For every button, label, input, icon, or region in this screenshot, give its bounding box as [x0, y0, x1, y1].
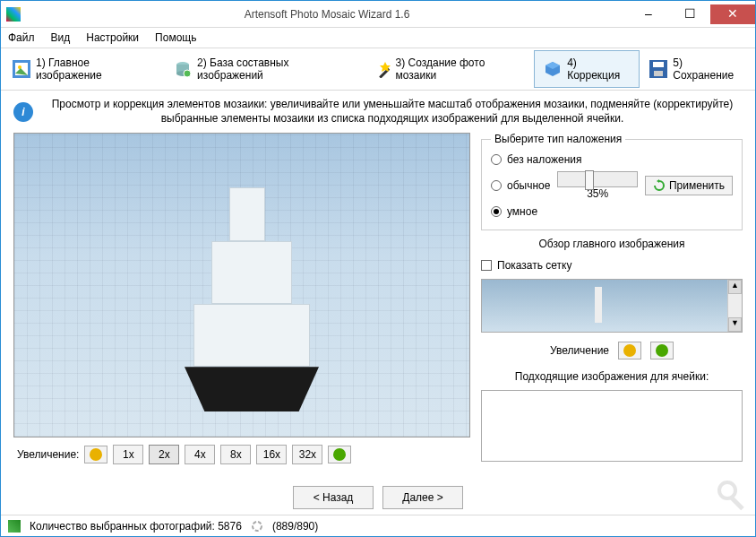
checkbox-icon: [481, 260, 492, 271]
info-bar: i Просмотр и коррекция элементов мозаики…: [1, 91, 755, 133]
step-label: 5) Сохранение: [673, 56, 743, 82]
scroll-up-icon[interactable]: ▲: [728, 280, 742, 294]
step-label: 2) База составных изображений: [197, 56, 352, 82]
zoom-16x[interactable]: 16x: [256, 445, 287, 464]
overlay-none-row[interactable]: без наложения: [491, 151, 733, 169]
menu-file[interactable]: Файл: [8, 31, 35, 44]
preview-subject: [158, 187, 337, 420]
info-message: Просмотр и коррекция элементов мозаики: …: [42, 98, 743, 126]
menu-view[interactable]: Вид: [51, 31, 71, 44]
svg-rect-10: [654, 71, 663, 76]
fit-title: Подходящие изображения для ячейки:: [481, 368, 743, 385]
step-label: 1) Главное изображение: [36, 56, 154, 82]
radio-icon: [491, 206, 502, 217]
fit-images-box[interactable]: [481, 390, 743, 462]
radio-icon: [491, 154, 502, 165]
scroll-down-icon[interactable]: ▼: [728, 317, 742, 332]
zoom-in-button[interactable]: [328, 446, 351, 463]
key-watermark-icon: [715, 478, 751, 514]
zoom-2x[interactable]: 2x: [149, 445, 179, 464]
status-label: Количество выбранных фотографий: 5876: [30, 520, 242, 533]
step-correction[interactable]: 4) Коррекция: [534, 50, 640, 88]
step-database[interactable]: 2) База составных изображений: [164, 50, 362, 88]
spinner-icon: [251, 520, 263, 533]
svg-rect-12: [729, 496, 743, 510]
wizard-steps: 1) Главное изображение 2) База составных…: [1, 48, 755, 91]
zoom-out-button[interactable]: [84, 446, 107, 463]
zoom-label: Увеличение:: [17, 448, 79, 461]
zoom-row: Увеличение: 1x 2x 4x 8x 16x 32x: [13, 437, 470, 472]
titlebar: Artensoft Photo Mosaic Wizard 1.6 – ☐ ✕: [1, 1, 755, 28]
svg-rect-9: [653, 62, 664, 67]
step-create[interactable]: 3) Создание фото мозаики: [363, 50, 535, 88]
nav-buttons: < Назад Далее >: [1, 477, 755, 515]
close-button[interactable]: ✕: [710, 4, 755, 24]
overlay-normal-label: обычное: [507, 179, 550, 192]
apply-label: Применить: [669, 179, 725, 192]
step-main-image[interactable]: 1) Главное изображение: [3, 50, 164, 88]
wand-icon: [373, 60, 391, 78]
status-bar: Количество выбранных фотографий: 5876 (8…: [1, 515, 755, 536]
image-icon: [13, 60, 30, 78]
svg-point-6: [184, 70, 191, 77]
zoom-4x[interactable]: 4x: [185, 445, 215, 464]
mosaic-preview[interactable]: [13, 133, 470, 437]
step-save[interactable]: 5) Сохранение: [640, 50, 753, 88]
radio-icon: [491, 180, 502, 191]
overlay-group: Выберите тип наложения без наложения обы…: [481, 133, 743, 230]
status-icon: [8, 520, 21, 533]
minimize-button[interactable]: –: [628, 4, 669, 24]
overlay-slider-wrap: 35%: [557, 171, 638, 200]
overlay-smart-label: умное: [507, 205, 537, 218]
zoom-8x[interactable]: 8x: [220, 445, 251, 464]
overview-thumbnail[interactable]: ▲ ▼: [481, 279, 743, 333]
database-icon: [174, 60, 192, 78]
overlay-normal-option[interactable]: обычное: [491, 179, 550, 192]
overlay-none-label: без наложения: [507, 153, 582, 166]
slider-thumb[interactable]: [585, 170, 594, 190]
menu-help[interactable]: Помощь: [155, 31, 196, 44]
overview-zoom-in[interactable]: [650, 342, 674, 359]
overview-title: Обзор главного изображения: [481, 236, 743, 252]
overview-zoom-out[interactable]: [618, 342, 641, 359]
cube-icon: [544, 60, 562, 78]
apply-button[interactable]: Применить: [645, 176, 733, 195]
overview-scrollbar[interactable]: ▲ ▼: [727, 280, 742, 332]
workarea: Увеличение: 1x 2x 4x 8x 16x 32x Выберите…: [1, 133, 755, 477]
step-label: 4) Коррекция: [567, 56, 630, 82]
maximize-button[interactable]: ☐: [669, 4, 710, 24]
overlay-slider[interactable]: [557, 171, 638, 187]
overlay-smart-row[interactable]: умное: [491, 203, 733, 221]
svg-point-13: [253, 522, 262, 531]
grid-label: Показать сетку: [497, 259, 572, 272]
menu-settings[interactable]: Настройки: [86, 31, 139, 44]
window-title: Artensoft Photo Mosaic Wizard 1.6: [26, 8, 628, 21]
zoom-1x[interactable]: 1x: [113, 445, 143, 464]
step-label: 3) Создание фото мозаики: [396, 56, 525, 82]
info-icon: i: [13, 102, 33, 122]
overlay-legend: Выберите тип наложения: [491, 133, 625, 145]
status-progress: (889/890): [272, 520, 318, 533]
refresh-icon: [653, 179, 666, 192]
right-panel: Выберите тип наложения без наложения обы…: [481, 133, 743, 472]
overlay-normal-row: обычное 35% Применить: [491, 169, 733, 203]
overview-zoom-label: Увеличение: [550, 344, 609, 357]
overview-zoom-row: Увеличение: [481, 338, 743, 363]
zoom-32x[interactable]: 32x: [292, 445, 322, 464]
save-icon: [649, 60, 667, 78]
menubar: Файл Вид Настройки Помощь: [1, 28, 755, 48]
back-button[interactable]: < Назад: [293, 486, 374, 509]
app-icon: [6, 7, 21, 22]
next-button[interactable]: Далее >: [382, 486, 463, 509]
thumbnail-image: [482, 280, 727, 332]
grid-check-row[interactable]: Показать сетку: [481, 257, 743, 273]
left-panel: Увеличение: 1x 2x 4x 8x 16x 32x: [13, 133, 470, 472]
